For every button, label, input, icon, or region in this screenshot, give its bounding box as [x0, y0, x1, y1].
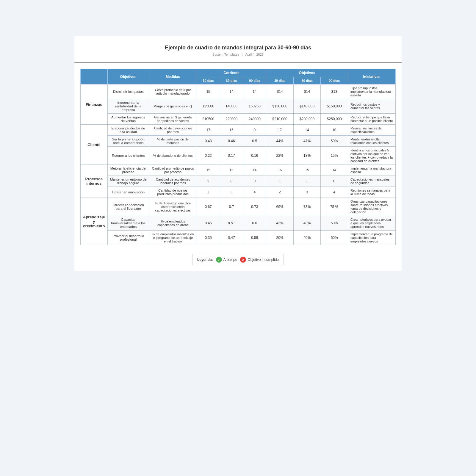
- objetivo-cell: Ser la primera opción ante la competenci…: [107, 136, 149, 147]
- th-iniciativas: Iniciativas: [348, 69, 396, 84]
- th-empty: [81, 69, 108, 84]
- medida-cell: % de abandono de clientes: [149, 147, 197, 165]
- medida-cell: Cantidad de nuevos productos producidos: [149, 187, 197, 198]
- iniciativa-cell: Crear tutoriales para ayudar a que los e…: [348, 216, 396, 231]
- objetivo-val-cell-o90: $150,000: [321, 99, 348, 114]
- corriente-cell-c30: 0.67: [197, 198, 220, 216]
- table-row: Liderar en innovaciónCantidad de nuevos …: [81, 187, 396, 198]
- corriente-cell-c60: 0.7: [220, 198, 243, 216]
- objetivo-val-cell-o60: 40%: [293, 231, 321, 245]
- corriente-cell-c30: 0.22: [197, 147, 220, 165]
- objetivo-val-cell-o30: $14: [266, 84, 294, 99]
- corriente-cell-c90: 14: [243, 84, 266, 99]
- objetivo-cell: Mejorar la eficiencia del proceso: [107, 165, 149, 176]
- medida-cell: % de participación de mercado: [149, 136, 197, 147]
- medida-cell: Costo promedio en $ por artículo manufac…: [149, 84, 197, 99]
- objetivo-val-cell-o90: 50%: [321, 231, 348, 245]
- corriente-cell-c30: 0.45: [197, 216, 220, 231]
- objetivo-val-cell-o30: $130,000: [266, 99, 294, 114]
- header-main-row: Objetivos Medidas Corriente Objetivos In…: [81, 69, 396, 77]
- objetivo-val-cell-o60: 18%: [293, 147, 321, 165]
- corriente-cell-c60: 0.47: [220, 231, 243, 245]
- corriente-cell-c90: 0.5: [243, 136, 266, 147]
- th-objetivos-group: Objetivos: [266, 69, 348, 77]
- objetivo-val-cell-o60: 1: [293, 176, 321, 187]
- objetivo-val-cell-o90: 15%: [321, 147, 348, 165]
- objetivo-val-cell-o60: 47%: [293, 136, 321, 147]
- objetivo-val-cell-o60: $230,000: [293, 114, 321, 125]
- iniciativa-cell: Organizar capacitaciones sobre reuniones…: [348, 198, 396, 216]
- objetivo-cell: Proveer el desarrollo profesional: [107, 231, 149, 245]
- category-cell: Cliente: [81, 125, 108, 165]
- table-row: Ser la primera opción ante la competenci…: [81, 136, 396, 147]
- corriente-cell-c60: 15: [220, 165, 243, 176]
- legend-label: Leyenda:: [197, 258, 213, 262]
- objetivo-val-cell-o30: 20%: [266, 231, 294, 245]
- legend-on-time: ✓ A tiempo: [216, 257, 237, 263]
- objetivo-val-cell-o30: $210,000: [266, 114, 294, 125]
- th-c60: 60 días: [220, 77, 243, 84]
- objetivo-val-cell-o30: 1: [266, 176, 294, 187]
- objetivo-cell: Disminuir los gastos: [107, 84, 149, 99]
- category-cell: Procesos internos: [81, 165, 108, 198]
- th-corriente: Corriente: [197, 69, 266, 77]
- corriente-cell-c60: 0.46: [220, 136, 243, 147]
- table-row: Procesos internosMejorar la eficiencia d…: [81, 165, 396, 176]
- corriente-cell-c90: 150250: [243, 99, 266, 114]
- legend-missed: ✕ Objetivo incumplido: [240, 257, 279, 263]
- iniciativa-cell: Fijar presupuestos, implementar la manuf…: [348, 84, 396, 99]
- objetivo-cell: Retener a los clientes: [107, 147, 149, 165]
- date-label: April 4, 2025: [245, 53, 264, 56]
- corriente-cell-c90: 4: [243, 187, 266, 198]
- objetivo-val-cell-o90: 10: [321, 125, 348, 136]
- medida-cell: Ganancias en $ generada por pedidos de v…: [149, 114, 197, 125]
- corriente-cell-c60: 0.51: [220, 216, 243, 231]
- th-o90: 90 días: [321, 77, 348, 84]
- corriente-cell-c30: 0.35: [197, 231, 220, 245]
- corriente-cell-c90: 0.16: [243, 147, 266, 165]
- corriente-cell-c30: 0.43: [197, 136, 220, 147]
- separator: |: [242, 53, 243, 56]
- corriente-cell-c60: 140000: [220, 99, 243, 114]
- th-c90: 90 días: [243, 77, 266, 84]
- corriente-cell-c90: 9: [243, 125, 266, 136]
- objetivo-cell: Incrementar la rentabilidad de la empres…: [107, 99, 149, 114]
- medida-cell: Margen de ganancias en $: [149, 99, 197, 114]
- table-row: Mantener un entorno de trabajo seguroCan…: [81, 176, 396, 187]
- corriente-cell-c90: 0.59: [243, 231, 266, 245]
- page-title: Ejemplo de cuadro de mandos integral par…: [80, 45, 396, 51]
- objetivo-cell: Aumentar los ingresos de ventas: [107, 114, 149, 125]
- medida-cell: Cantidad de accidentes laborales por mes: [149, 176, 197, 187]
- table-wrapper: Objetivos Medidas Corriente Objetivos In…: [74, 63, 402, 248]
- iniciativa-cell: Identificar los principales 5 motivos po…: [348, 147, 396, 165]
- medida-cell: % de empleados capacitados en áreas: [149, 216, 197, 231]
- page-meta: System Templates | April 4, 2025: [80, 53, 396, 56]
- category-cell: Finanzas: [81, 84, 108, 125]
- corriente-cell-c60: 14: [220, 84, 243, 99]
- objetivo-val-cell-o60: 3: [293, 187, 321, 198]
- corriente-cell-c30: 125000: [197, 99, 220, 114]
- objetivo-cell: Liderar en innovación: [107, 187, 149, 198]
- objetivo-val-cell-o60: 15: [293, 165, 321, 176]
- objetivo-val-cell-o90: 50%: [321, 136, 348, 147]
- objetivo-cell: Capacitar transversalmente a los emplead…: [107, 216, 149, 231]
- objetivo-val-cell-o30: 2: [266, 187, 294, 198]
- table-row: Incrementar la rentabilidad de la empres…: [81, 99, 396, 114]
- objetivo-val-cell-o90: $250,000: [321, 114, 348, 125]
- th-o60: 60 días: [293, 77, 321, 84]
- objetivo-val-cell-o30: 17: [266, 125, 294, 136]
- medida-cell: % del liderazgo que dice estar recibiend…: [149, 198, 197, 216]
- table-row: Proveer el desarrollo profesional% de em…: [81, 231, 396, 245]
- objetivo-val-cell-o60: 48%: [293, 216, 321, 231]
- corriente-cell-c60: 0: [220, 176, 243, 187]
- objetivo-val-cell-o60: $140,000: [293, 99, 321, 114]
- objetivo-val-cell-o60: 14: [293, 125, 321, 136]
- objetivo-val-cell-o30: 16: [266, 165, 294, 176]
- corriente-cell-c30: 210500: [197, 114, 220, 125]
- medida-cell: % de empleados inscritos en el programa …: [149, 231, 197, 245]
- table-row: Retener a los clientes% de abandono de c…: [81, 147, 396, 165]
- table-row: FinanzasDisminuir los gastosCosto promed…: [81, 84, 396, 99]
- iniciativa-cell: Implementar la manufactura esbelta: [348, 165, 396, 176]
- source-label: System Templates: [212, 53, 239, 56]
- iniciativa-cell: Reducir los gastos y aumentar las ventas: [348, 99, 396, 114]
